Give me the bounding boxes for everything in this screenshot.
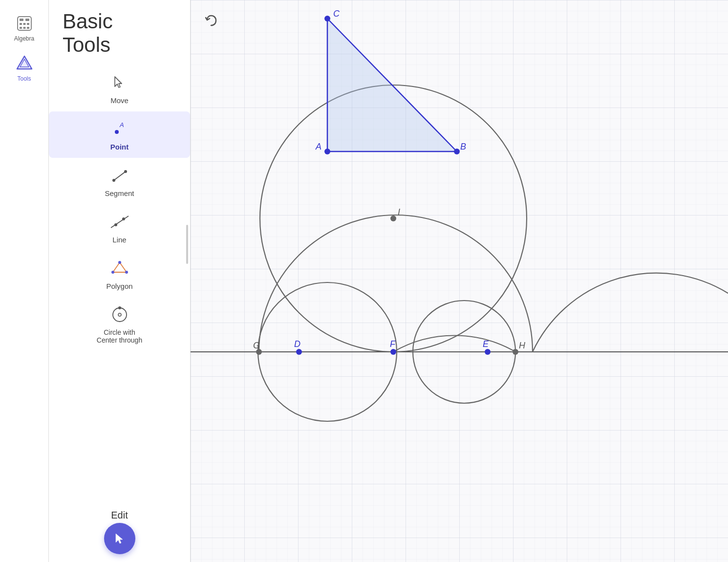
label-I: I [398, 207, 400, 217]
tool-segment[interactable]: Segment [49, 158, 190, 204]
calculator-icon [15, 14, 34, 33]
svg-rect-8 [27, 27, 29, 29]
svg-point-24 [113, 308, 127, 322]
edit-label: Edit [111, 510, 128, 521]
point-E [485, 349, 491, 355]
segment-icon [109, 165, 130, 186]
polygon-icon [109, 258, 130, 279]
point-H [513, 349, 518, 355]
sidebar-tools-label: Tools [17, 75, 31, 82]
label-G: G [253, 341, 260, 350]
tool-move[interactable]: Move [49, 65, 190, 111]
svg-marker-27 [116, 534, 123, 543]
label-B: B [460, 142, 466, 151]
tool-point[interactable]: A Point [49, 111, 190, 158]
label-F: F [390, 339, 396, 349]
tool-line[interactable]: Line [49, 204, 190, 251]
svg-point-25 [118, 313, 121, 316]
grid-background [191, 0, 728, 562]
point-I [390, 216, 396, 221]
undo-button[interactable] [202, 12, 220, 29]
label-C: C [333, 9, 340, 19]
tools-panel: Basic Tools Move A Point [49, 0, 191, 562]
svg-marker-11 [115, 77, 122, 87]
tool-circle-label: Circle with Center through [97, 328, 142, 344]
point-icon: A [109, 118, 130, 140]
undo-icon [204, 14, 218, 27]
tools-icon [15, 54, 34, 73]
sidebar-algebra-label: Algebra [14, 35, 34, 42]
label-E: E [483, 339, 489, 349]
svg-point-26 [118, 306, 121, 309]
point-B [454, 149, 460, 154]
cursor-icon [113, 532, 127, 545]
label-H: H [519, 341, 526, 350]
circle-center-icon [109, 304, 130, 325]
tool-circle[interactable]: Circle with Center through [49, 297, 190, 351]
tool-move-label: Move [110, 96, 128, 105]
line-icon [109, 211, 130, 233]
sidebar-item-algebra[interactable]: Algebra [5, 10, 44, 46]
panel-title: Basic Tools [49, 0, 190, 65]
point-C [324, 16, 330, 22]
label-A: A [315, 142, 321, 151]
svg-point-22 [125, 271, 128, 274]
scrollbar[interactable] [186, 225, 188, 264]
sidebar: Algebra Tools [0, 0, 49, 562]
tool-line-label: Line [112, 236, 126, 244]
tools-list: Move A Point Segment [49, 65, 190, 562]
svg-rect-1 [20, 19, 23, 21]
tool-point-label: Point [110, 143, 129, 151]
tool-polygon[interactable]: Polygon [49, 251, 190, 297]
edit-fab-area: Edit [104, 510, 135, 554]
svg-rect-4 [23, 23, 25, 25]
edit-button[interactable] [104, 523, 135, 554]
canvas-area[interactable]: C A B I G D F E H [191, 0, 728, 562]
svg-rect-6 [20, 27, 22, 29]
svg-marker-10 [20, 59, 29, 67]
tool-segment-label: Segment [105, 189, 134, 197]
svg-line-19 [111, 216, 128, 228]
svg-rect-3 [20, 23, 22, 25]
geometry-canvas: C A B I G D F E H [191, 0, 728, 562]
svg-text:A: A [119, 121, 124, 129]
sidebar-item-tools[interactable]: Tools [5, 50, 44, 86]
label-D: D [294, 339, 300, 349]
move-icon [109, 72, 130, 93]
point-F [390, 349, 396, 355]
point-D [296, 349, 302, 355]
svg-point-23 [111, 271, 114, 274]
svg-point-12 [115, 130, 119, 134]
tool-polygon-label: Polygon [106, 282, 132, 290]
svg-rect-7 [23, 27, 25, 29]
svg-rect-5 [27, 23, 29, 25]
point-A [324, 149, 330, 154]
svg-line-16 [114, 172, 126, 180]
svg-point-21 [118, 261, 121, 264]
svg-rect-2 [25, 19, 29, 21]
